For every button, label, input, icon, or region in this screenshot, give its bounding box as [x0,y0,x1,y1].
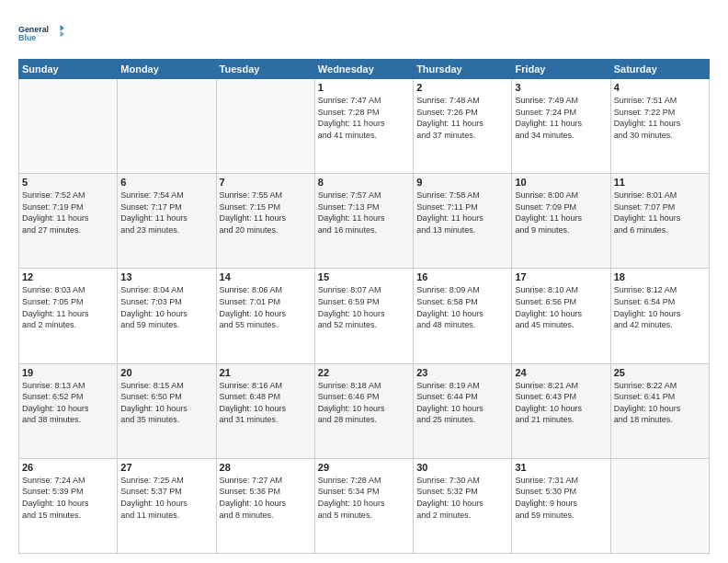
day-number: 20 [120,367,212,378]
calendar-cell: 26Sunrise: 7:24 AM Sunset: 5:39 PM Dayli… [19,458,118,553]
day-number: 2 [416,82,508,93]
calendar-cell: 20Sunrise: 8:15 AM Sunset: 6:50 PM Dayli… [118,363,216,458]
day-info: Sunrise: 7:47 AM Sunset: 7:28 PM Dayligh… [318,95,410,141]
day-info: Sunrise: 7:51 AM Sunset: 7:22 PM Dayligh… [614,95,706,141]
calendar-cell: 1Sunrise: 7:47 AM Sunset: 7:28 PM Daylig… [314,79,413,174]
calendar-table: SundayMondayTuesdayWednesdayThursdayFrid… [18,59,710,554]
day-number: 12 [22,271,114,282]
day-number: 18 [614,271,706,282]
calendar-cell: 10Sunrise: 8:00 AM Sunset: 7:09 PM Dayli… [512,174,610,269]
calendar-header-row: SundayMondayTuesdayWednesdayThursdayFrid… [19,60,710,79]
day-number: 16 [416,271,508,282]
svg-marker-2 [61,25,64,31]
day-info: Sunrise: 8:16 AM Sunset: 6:48 PM Dayligh… [220,380,312,426]
calendar-cell: 11Sunrise: 8:01 AM Sunset: 7:07 PM Dayli… [610,174,709,269]
logo: General Blue [18,17,64,50]
calendar-week-row: 12Sunrise: 8:03 AM Sunset: 7:05 PM Dayli… [19,269,710,363]
day-info: Sunrise: 8:19 AM Sunset: 6:44 PM Dayligh… [416,380,508,426]
day-info: Sunrise: 8:21 AM Sunset: 6:43 PM Dayligh… [515,380,607,426]
day-number: 30 [416,462,508,473]
day-number: 11 [614,177,706,188]
calendar-week-row: 19Sunrise: 8:13 AM Sunset: 6:52 PM Dayli… [19,363,710,458]
calendar-col-monday: Monday [118,60,216,79]
day-number: 24 [515,367,607,378]
calendar-cell [610,458,709,553]
day-info: Sunrise: 8:10 AM Sunset: 6:56 PM Dayligh… [515,284,607,330]
day-number: 15 [318,271,410,282]
day-info: Sunrise: 8:09 AM Sunset: 6:58 PM Dayligh… [416,284,508,330]
day-info: Sunrise: 7:24 AM Sunset: 5:39 PM Dayligh… [22,475,114,521]
calendar-cell [19,79,118,174]
day-info: Sunrise: 7:54 AM Sunset: 7:17 PM Dayligh… [120,190,212,236]
calendar-cell: 15Sunrise: 8:07 AM Sunset: 6:59 PM Dayli… [314,269,413,363]
calendar-col-saturday: Saturday [610,60,709,79]
day-number: 21 [220,367,312,378]
day-info: Sunrise: 8:06 AM Sunset: 7:01 PM Dayligh… [220,284,312,330]
calendar-cell: 23Sunrise: 8:19 AM Sunset: 6:44 PM Dayli… [414,363,512,458]
calendar-cell: 8Sunrise: 7:57 AM Sunset: 7:13 PM Daylig… [314,174,413,269]
day-number: 26 [22,462,114,473]
day-info: Sunrise: 7:57 AM Sunset: 7:13 PM Dayligh… [318,190,410,236]
day-number: 19 [22,367,114,378]
day-info: Sunrise: 8:18 AM Sunset: 6:46 PM Dayligh… [318,380,410,426]
calendar-week-row: 5Sunrise: 7:52 AM Sunset: 7:19 PM Daylig… [19,174,710,269]
day-number: 17 [515,271,607,282]
day-number: 29 [318,462,410,473]
day-info: Sunrise: 8:03 AM Sunset: 7:05 PM Dayligh… [22,284,114,330]
calendar-cell: 7Sunrise: 7:55 AM Sunset: 7:15 PM Daylig… [216,174,314,269]
day-number: 3 [515,82,607,93]
day-info: Sunrise: 8:01 AM Sunset: 7:07 PM Dayligh… [614,190,706,236]
day-info: Sunrise: 7:25 AM Sunset: 5:37 PM Dayligh… [120,475,212,521]
day-info: Sunrise: 7:49 AM Sunset: 7:24 PM Dayligh… [515,95,607,141]
logo-svg: General Blue [18,17,64,50]
day-number: 28 [220,462,312,473]
day-number: 10 [515,177,607,188]
day-info: Sunrise: 7:28 AM Sunset: 5:34 PM Dayligh… [318,475,410,521]
day-number: 22 [318,367,410,378]
day-info: Sunrise: 7:31 AM Sunset: 5:30 PM Dayligh… [515,475,607,521]
calendar-week-row: 26Sunrise: 7:24 AM Sunset: 5:39 PM Dayli… [19,458,710,553]
calendar-cell: 9Sunrise: 7:58 AM Sunset: 7:11 PM Daylig… [414,174,512,269]
calendar-cell: 5Sunrise: 7:52 AM Sunset: 7:19 PM Daylig… [19,174,118,269]
day-info: Sunrise: 8:22 AM Sunset: 6:41 PM Dayligh… [614,380,706,426]
calendar-cell: 27Sunrise: 7:25 AM Sunset: 5:37 PM Dayli… [118,458,216,553]
day-info: Sunrise: 7:55 AM Sunset: 7:15 PM Dayligh… [220,190,312,236]
calendar-week-row: 1Sunrise: 7:47 AM Sunset: 7:28 PM Daylig… [19,79,710,174]
calendar-cell: 2Sunrise: 7:48 AM Sunset: 7:26 PM Daylig… [414,79,512,174]
calendar-cell: 19Sunrise: 8:13 AM Sunset: 6:52 PM Dayli… [19,363,118,458]
day-number: 4 [614,82,706,93]
day-number: 9 [416,177,508,188]
calendar-cell: 13Sunrise: 8:04 AM Sunset: 7:03 PM Dayli… [118,269,216,363]
day-number: 31 [515,462,607,473]
day-number: 7 [220,177,312,188]
day-number: 25 [614,367,706,378]
day-number: 13 [120,271,212,282]
day-number: 27 [120,462,212,473]
calendar-cell: 31Sunrise: 7:31 AM Sunset: 5:30 PM Dayli… [512,458,610,553]
calendar-cell: 17Sunrise: 8:10 AM Sunset: 6:56 PM Dayli… [512,269,610,363]
day-number: 23 [416,367,508,378]
page: General Blue SundayMondayTuesdayWednesda… [0,0,728,563]
day-info: Sunrise: 7:27 AM Sunset: 5:36 PM Dayligh… [220,475,312,521]
header: General Blue [18,17,710,50]
day-number: 6 [120,177,212,188]
calendar-cell: 30Sunrise: 7:30 AM Sunset: 5:32 PM Dayli… [414,458,512,553]
calendar-cell [216,79,314,174]
day-info: Sunrise: 8:12 AM Sunset: 6:54 PM Dayligh… [614,284,706,330]
calendar-col-wednesday: Wednesday [314,60,413,79]
calendar-cell: 4Sunrise: 7:51 AM Sunset: 7:22 PM Daylig… [610,79,709,174]
calendar-cell: 28Sunrise: 7:27 AM Sunset: 5:36 PM Dayli… [216,458,314,553]
calendar-cell: 22Sunrise: 8:18 AM Sunset: 6:46 PM Dayli… [314,363,413,458]
day-info: Sunrise: 7:58 AM Sunset: 7:11 PM Dayligh… [416,190,508,236]
calendar-cell: 16Sunrise: 8:09 AM Sunset: 6:58 PM Dayli… [414,269,512,363]
day-info: Sunrise: 8:07 AM Sunset: 6:59 PM Dayligh… [318,284,410,330]
day-info: Sunrise: 8:15 AM Sunset: 6:50 PM Dayligh… [120,380,212,426]
calendar-cell: 12Sunrise: 8:03 AM Sunset: 7:05 PM Dayli… [19,269,118,363]
day-info: Sunrise: 8:04 AM Sunset: 7:03 PM Dayligh… [120,284,212,330]
calendar-cell: 6Sunrise: 7:54 AM Sunset: 7:17 PM Daylig… [118,174,216,269]
day-number: 14 [220,271,312,282]
calendar-col-thursday: Thursday [414,60,512,79]
svg-text:Blue: Blue [18,33,36,42]
calendar-col-tuesday: Tuesday [216,60,314,79]
day-info: Sunrise: 7:48 AM Sunset: 7:26 PM Dayligh… [416,95,508,141]
